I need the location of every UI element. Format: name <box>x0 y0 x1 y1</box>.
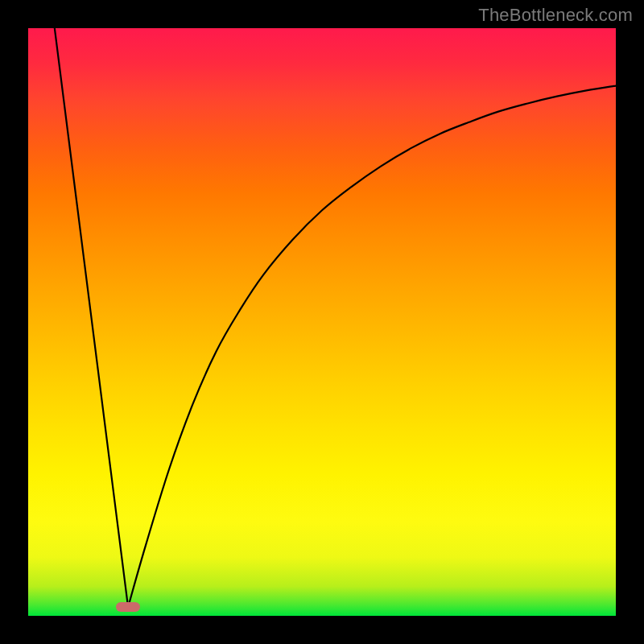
left-slope-path <box>55 28 128 607</box>
right-curve-path <box>128 86 616 608</box>
plot-area <box>28 28 616 616</box>
watermark-text: TheBottleneck.com <box>478 5 633 26</box>
curve-layer <box>28 28 616 616</box>
chart-frame: TheBottleneck.com <box>0 0 644 644</box>
min-marker <box>116 602 140 612</box>
